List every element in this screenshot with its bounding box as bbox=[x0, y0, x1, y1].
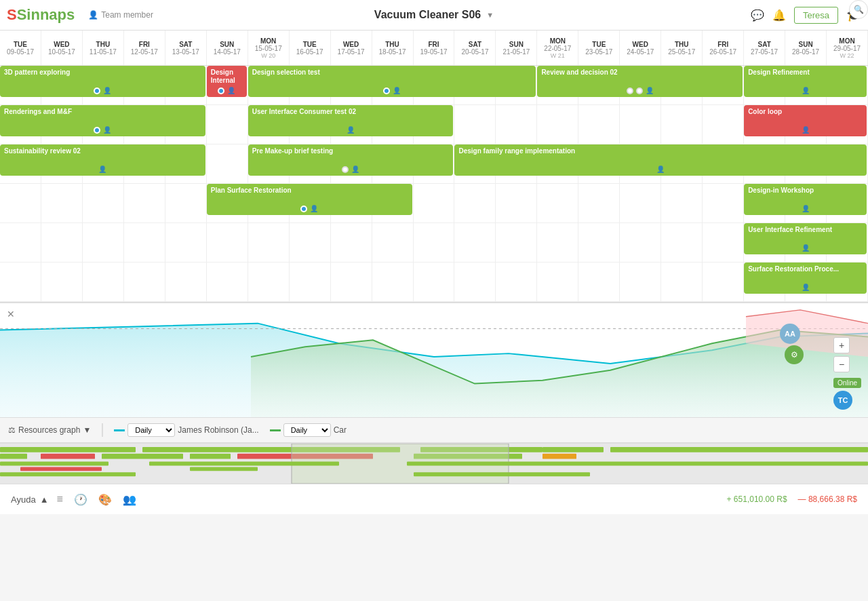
person-icon: 👤 bbox=[98, 166, 106, 173]
person-icon: 👤 bbox=[802, 284, 810, 291]
svg-rect-14 bbox=[542, 447, 604, 452]
project-dropdown-arrow[interactable]: ▼ bbox=[486, 11, 494, 19]
aa-avatar: AA bbox=[780, 324, 800, 344]
project-name-area: Vacuum Cleaner S06 ▼ bbox=[374, 9, 494, 21]
person-icon: 👤 bbox=[347, 126, 355, 134]
gear-icon[interactable]: ⚙ bbox=[785, 345, 804, 364]
gantt-cell-r3-c10 bbox=[414, 184, 455, 222]
resource-1-color bbox=[114, 429, 125, 431]
gantt-cell-r5-c16 bbox=[661, 263, 703, 301]
bottom-left: Ayuda ▲ ≡ 🕐 🎨 👥 bbox=[11, 493, 136, 506]
search-icon[interactable]: 🔍 bbox=[849, 0, 868, 19]
gantt-cell-r5-c15 bbox=[620, 263, 661, 301]
gantt-cell-r4-c5 bbox=[207, 223, 248, 262]
dot-blue bbox=[94, 88, 100, 94]
zoom-in-button[interactable]: + bbox=[833, 337, 850, 353]
col-header-14: TUE 23-05-17 bbox=[578, 31, 620, 65]
gantt-cell-r5-c9 bbox=[372, 263, 414, 301]
bell-icon[interactable]: 🔔 bbox=[772, 9, 786, 22]
task-name: Plan Surface Restoration bbox=[211, 187, 408, 195]
palette-icon[interactable]: 🎨 bbox=[98, 493, 112, 506]
team-member-label: 👤 Team member bbox=[88, 10, 153, 20]
col-header-5: SUN 14-05-17 bbox=[207, 31, 248, 65]
col-header-9: THU 18-05-17 bbox=[372, 31, 414, 65]
clock-icon[interactable]: 🕐 bbox=[74, 493, 87, 506]
gantt-cell-r1-c14 bbox=[578, 105, 620, 144]
gantt-cell-r4-c17 bbox=[703, 223, 744, 262]
gantt-cell-r3-c17 bbox=[703, 184, 744, 222]
bottom-toolbar: Ayuda ▲ ≡ 🕐 🎨 👥 + 651,010.00 R$ — 88,666… bbox=[0, 484, 868, 514]
zoom-out-button[interactable]: − bbox=[833, 356, 850, 372]
gantt-cell-r5-c14 bbox=[578, 263, 620, 301]
task-name: User Interface Refinement bbox=[748, 226, 863, 234]
gantt-cell-r4-c4 bbox=[165, 223, 207, 262]
gantt-cell-r5-c8 bbox=[331, 263, 372, 301]
resources-graph-label[interactable]: ⚖ Resources graph ▼ bbox=[8, 425, 91, 435]
col-header-19: SUN 28-05-17 bbox=[785, 31, 827, 65]
logo: SSinnaps bbox=[7, 6, 75, 24]
header: SSinnaps 👤 Team member Vacuum Cleaner S0… bbox=[0, 0, 868, 31]
dot-white bbox=[627, 88, 633, 94]
gantt-cell-r4-c14 bbox=[578, 223, 620, 262]
people-icon[interactable]: 👥 bbox=[123, 493, 136, 506]
bottom-costs: + 651,010.00 R$ — 88,666.38 R$ bbox=[727, 495, 857, 504]
list-icon[interactable]: ≡ bbox=[57, 493, 63, 506]
gantt-cell-r5-c1 bbox=[41, 263, 83, 301]
col-header-20: MON 29-05-17 W 22 bbox=[827, 31, 868, 65]
resources-dropdown-arrow[interactable]: ▼ bbox=[83, 425, 91, 435]
task-bar-0[interactable]: 3D pattern exploring 👤 bbox=[0, 66, 205, 97]
gantt-cell-r3-c1 bbox=[41, 184, 83, 222]
gantt-body: 3D pattern exploring 👤 Design Internal 👤… bbox=[0, 66, 868, 302]
person-icon: 👤 bbox=[88, 10, 98, 20]
task-bar-7[interactable]: Color loop 👤 bbox=[744, 105, 867, 136]
task-bar-5[interactable]: Renderings and M&F 👤 bbox=[0, 105, 205, 136]
task-bar-2[interactable]: Design selection test 👤 bbox=[248, 66, 536, 97]
svg-rect-6 bbox=[0, 454, 27, 459]
col-header-4: SAT 13-05-17 bbox=[165, 31, 207, 65]
person-icon: 👤 bbox=[656, 166, 665, 173]
chat-icon[interactable]: 💬 bbox=[751, 9, 764, 22]
gantt-cell-r5-c4 bbox=[165, 263, 207, 301]
dot-white2 bbox=[636, 88, 643, 94]
task-bar-6[interactable]: User Interface Consumer test 02 👤 bbox=[248, 105, 454, 136]
svg-rect-8 bbox=[41, 454, 95, 459]
task-bar-13[interactable]: User Interface Refinement 👤 bbox=[744, 223, 867, 254]
person-icon: 👤 bbox=[802, 244, 810, 252]
task-bar-12[interactable]: Design-in Workshop 👤 bbox=[744, 184, 867, 215]
gantt-cell-r1-c12 bbox=[496, 105, 537, 144]
gantt-cell-r5-c10 bbox=[414, 263, 455, 301]
gantt-cell-r4-c7 bbox=[290, 223, 331, 262]
user-button[interactable]: Teresa bbox=[794, 7, 838, 24]
resource-area: ✕ AA ⚙ + − Online TC bbox=[0, 302, 868, 417]
task-footer: 👤 bbox=[541, 87, 738, 94]
task-bar-8[interactable]: Sustainability review 02 👤 bbox=[0, 144, 205, 176]
help-button[interactable]: Ayuda ▲ bbox=[11, 495, 49, 505]
col-header-17: FRI 26-05-17 bbox=[703, 31, 744, 65]
gantt-cell-r4-c8 bbox=[331, 223, 372, 262]
gantt-cell-r3-c15 bbox=[620, 184, 661, 222]
task-bar-9[interactable]: Pre Make-up brief testing 👤 bbox=[248, 144, 454, 176]
task-footer: 👤 bbox=[748, 126, 863, 134]
col-header-1: WED 10-05-17 bbox=[41, 31, 83, 65]
task-name: Pre Make-up brief testing bbox=[252, 147, 450, 155]
task-footer: 👤 bbox=[211, 205, 408, 212]
cost-minus: — 88,666.38 R$ bbox=[798, 495, 857, 504]
svg-rect-19 bbox=[149, 462, 339, 466]
task-bar-14[interactable]: Surface Restoration Proce... 👤 bbox=[744, 263, 867, 294]
gantt-cell-r4-c16 bbox=[661, 223, 703, 262]
resource-2-freq-select[interactable]: DailyWeekly bbox=[283, 423, 331, 437]
close-resource-icon[interactable]: ✕ bbox=[7, 309, 15, 319]
task-footer: 👤 bbox=[748, 87, 863, 94]
gantt-cell-r4-c15 bbox=[620, 223, 661, 262]
dot-blue bbox=[218, 88, 224, 94]
task-bar-1[interactable]: Design Internal 👤 bbox=[207, 66, 247, 97]
task-bar-4[interactable]: Design Refinement 👤 bbox=[744, 66, 867, 97]
task-bar-3[interactable]: Review and decision 02 👤 bbox=[537, 66, 743, 97]
resource-graph-svg bbox=[0, 303, 868, 417]
col-header-15: WED 24-05-17 bbox=[620, 31, 661, 65]
task-bar-11[interactable]: Plan Surface Restoration 👤 bbox=[207, 184, 412, 215]
resource-1-freq-select[interactable]: DailyWeekly bbox=[127, 423, 175, 437]
minimap bbox=[0, 443, 868, 484]
svg-rect-18 bbox=[0, 462, 108, 466]
task-bar-10[interactable]: Design family range implementation 👤 bbox=[454, 144, 867, 176]
